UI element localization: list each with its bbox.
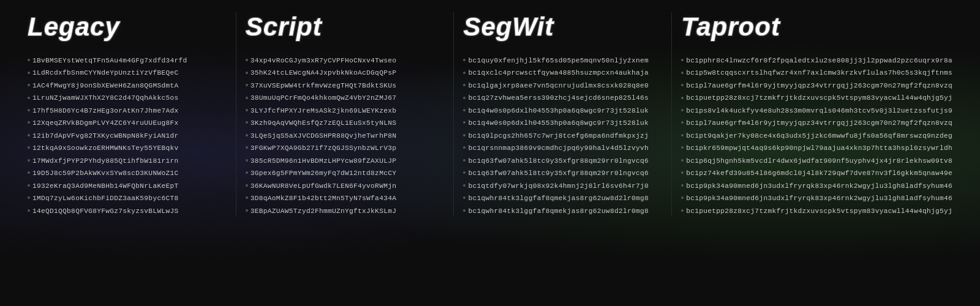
- column-legacy: Legacy1BvBMSEYstWetqTFn5Au4m4GFg7xdfd34r…: [18, 12, 236, 217]
- column-title-legacy: Legacy: [28, 12, 227, 42]
- address-item[interactable]: 1AC4fMwgY8j9onSbXEWeH6Zan8QGMSdmtA: [28, 80, 227, 91]
- column-script: Script34xp4vRoCGJym3xR7yCVPFHoCNxv4Twseo…: [236, 12, 454, 217]
- address-item[interactable]: 38UmuUqPCrFmQo4khkomQwZ4VbY2nZMJ67: [246, 92, 445, 103]
- address-item[interactable]: 12XqeqZRVkBDgmPLVY4ZC6Y4ruUUEug8Fx: [28, 118, 227, 129]
- address-item[interactable]: 17MWdxfjPYP2PYhdy885QtihfbW181r1rn: [28, 155, 227, 166]
- address-item[interactable]: 1BvBMSEYstWetqTFn5Au4m4GFg7xdfd34rfd: [28, 55, 227, 66]
- address-item[interactable]: 3Gpex6g5FPmYWm26myFq7dW12ntd8zMcCY: [246, 168, 445, 179]
- address-item[interactable]: 1LdRcdxfbSnmCYYNdeYpUnztiYzVfBEQeC: [28, 67, 227, 78]
- address-item[interactable]: bc1puetpp28z8xcj7tzmkfrjtkdzxuvscpk5vtsp…: [681, 92, 952, 103]
- column-segwit: SegWitbc1quy0xfenjhjl5kf65sd05pe5mqnv50n…: [454, 12, 672, 217]
- address-item[interactable]: bc1p6qj5hgnh5km5vcdlr4dwx6jwdfat909nf5uy…: [681, 155, 952, 166]
- address-item[interactable]: bc1p5w8tcqqscxrtslhqfwzr4xnf7axlcmw3krzk…: [681, 67, 952, 78]
- address-item[interactable]: bc1ps8vl4k4uckfyv4e8uh28s3m0mvrqls046mh3…: [681, 105, 952, 116]
- address-item[interactable]: 3EBpAZUAW5Tzyd2FhmmUZnYgftxJkKSLmJ: [246, 206, 445, 217]
- address-item[interactable]: 34xp4vRoCGJym3xR7yCVPFHoCNxv4Twseo: [246, 55, 445, 66]
- address-item[interactable]: 3LQeSjqS5aXJVCDGSHPR88QvjheTwrhP8N: [246, 130, 445, 141]
- address-item[interactable]: bc1pphr8c4lnwzcf6r0f2fpqaledtxlu2se808jj…: [681, 55, 952, 66]
- address-item[interactable]: bc1qxclc4prcwsctfqywa4885hsuzmpcxn4aukha…: [463, 67, 662, 78]
- address-item[interactable]: bc1pt9qakjer7ky08ce4x6q3udx5jjzkc6mwwfu8…: [681, 130, 952, 141]
- address-item[interactable]: bc1quy0xfenjhjl5kf65sd05pe5mqnv50nljyźxn…: [463, 55, 662, 66]
- address-item[interactable]: bc1puetpp28z8xcj7tzmkfrjtkdzxuvscpk5vtsp…: [681, 206, 952, 217]
- address-item[interactable]: bc1q27zvhwea5erss390zhcj4sejcd6snep825l4…: [463, 92, 662, 103]
- address-item[interactable]: 3Kzh9qAqVWQhEsfQz7zEQL1EuSx5tyNLNS: [246, 118, 445, 129]
- address-item[interactable]: bc1p9pk34a90mned6jn3udxlfryrqk83xp46rnk2…: [681, 193, 952, 204]
- address-item[interactable]: 385cR5DM96n1HvBDMzLHPYcw89fZAXULJP: [246, 155, 445, 166]
- address-item[interactable]: bc1pkr659mpwjqt4aq9s6kp90npjwl79aajua4xk…: [681, 143, 952, 154]
- address-item[interactable]: 12ib7dApVFvg82TXKycWBNpN8kFyiAN1dr: [28, 130, 227, 141]
- address-item[interactable]: 14eQD1QQb8QFVG8YFwGz7skyzsvBLWLwJS: [28, 206, 227, 217]
- address-item[interactable]: bc1q9lpcgs2hh657c7wrj8tcefg6mpa6ndfmkpxj…: [463, 130, 662, 141]
- address-item[interactable]: bc1qtdfy07wrkjq08x92k4hmnj2j8lrl6sv6h4r7…: [463, 181, 662, 192]
- address-item[interactable]: 3FGKwP7XQA9Gb27if7zQGJSSynbzWLrV3p: [246, 143, 445, 154]
- address-item[interactable]: 37XuVSEpWW4trkfmvWzegTHQt7BdktSKUs: [246, 80, 445, 91]
- address-item[interactable]: bc1pl7aue6grfm4l6r9yjtmyyjqpz34vtrrgqjj2…: [681, 80, 952, 91]
- address-item[interactable]: bc1q4w0s0p6dxlh04553hp0a6q8wgc9r73jt528l…: [463, 118, 662, 129]
- column-title-segwit: SegWit: [463, 12, 662, 42]
- address-item[interactable]: 3LYJfcfHPXYJreMsASk2jkn69LWEYKzexb: [246, 105, 445, 116]
- address-item[interactable]: 1MDq7zyLw6oKichbFiDDZ3aaK59byc6CT8: [28, 193, 227, 204]
- address-list-script: 34xp4vRoCGJym3xR7yCVPFHoCNxv4Twseo35hK24…: [246, 55, 445, 217]
- address-item[interactable]: 17hf5H8D6Yc4B7zHEg3orAtKn7Jhme7Adx: [28, 105, 227, 116]
- address-item[interactable]: bc1qwhr84tk3lggfaf8qmekjas8rg62uw8d2lr0m…: [463, 193, 662, 204]
- address-item[interactable]: 1932eKraQ3Ad9MeNBHb14WFQbNrLaKeEpT: [28, 181, 227, 192]
- address-item[interactable]: 3D8qAoMkZ8F1b42btt2Mn5TyN7sWfa434A: [246, 193, 445, 204]
- address-item[interactable]: bc1qrsnnmap3869v9cmdhcjpq6y99halv4d5lzvy…: [463, 143, 662, 154]
- column-taproot: Taprootbc1pphr8c4lnwzcf6r0f2fpqaledtxlu2…: [672, 12, 962, 217]
- address-item[interactable]: 1LruNZjwamWJXThX2Y8C2d47QqhAkkc5os: [28, 92, 227, 103]
- address-item[interactable]: bc1pz74kefd39u854l86g6mdcl0j4l8k729qwf7d…: [681, 168, 952, 179]
- address-list-taproot: bc1pphr8c4lnwzcf6r0f2fpqaledtxlu2se808jj…: [681, 55, 952, 217]
- address-item[interactable]: bc1q63fw07ahk5l8tc9y35xfgr88qm29rr0lngvc…: [463, 155, 662, 166]
- column-title-script: Script: [246, 12, 445, 42]
- address-item[interactable]: 12tkqA9xSoowkzoERHMWNKsTey55YEBqkv: [28, 143, 227, 154]
- address-item[interactable]: bc1q63fw07ahk5l8tc9y35xfgr88qm29rr0lngvc…: [463, 168, 662, 179]
- address-item[interactable]: 19D5J8c59P2bAkWKvxSYw8scD3KUNWoZ1C: [28, 168, 227, 179]
- address-item[interactable]: 35hK24tcLEWcgNA4JxpvbkNkoAcDGqQPsP: [246, 67, 445, 78]
- address-list-legacy: 1BvBMSEYstWetqTFn5Au4m4GFg7xdfd34rfd1LdR…: [28, 55, 227, 217]
- main-container: Legacy1BvBMSEYstWetqTFn5Au4m4GFg7xdfd34r…: [0, 0, 980, 229]
- address-item[interactable]: bc1qwhr84tk3lggfaf8qmekjas8rg62uw8d2lr0m…: [463, 206, 662, 217]
- address-item[interactable]: bc1pl7aue6grfm4l6r9yjtmyyjqpz34vtrrgqjj2…: [681, 118, 952, 129]
- column-title-taproot: Taproot: [681, 12, 952, 42]
- address-item[interactable]: 36KAwNUR8VeLpUfGwdk7LEN6F4yvoRWMjn: [246, 181, 445, 192]
- address-list-segwit: bc1quy0xfenjhjl5kf65sd05pe5mqnv50nljyźxn…: [463, 55, 662, 217]
- address-item[interactable]: bc1q4w0s0p6dxlh04553hp0a6q8wgc9r73jt528l…: [463, 105, 662, 116]
- address-item[interactable]: bc1qlgajxrp8aee7vn5qcnrujudlmx8csxk028q8…: [463, 80, 662, 91]
- address-item[interactable]: bc1p9pk34a90mned6jn3udxlfryrqk83xp46rnk2…: [681, 181, 952, 192]
